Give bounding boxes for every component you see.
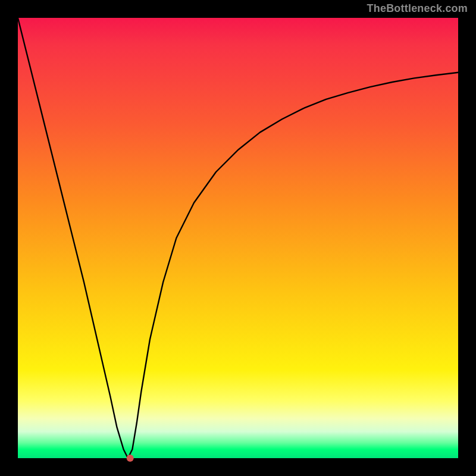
chart-svg [18, 18, 458, 458]
bottleneck-curve-line [18, 18, 458, 458]
watermark-text: TheBottleneck.com [367, 2, 468, 15]
minimum-marker-dot [127, 455, 134, 462]
chart-plot-area [17, 17, 459, 459]
